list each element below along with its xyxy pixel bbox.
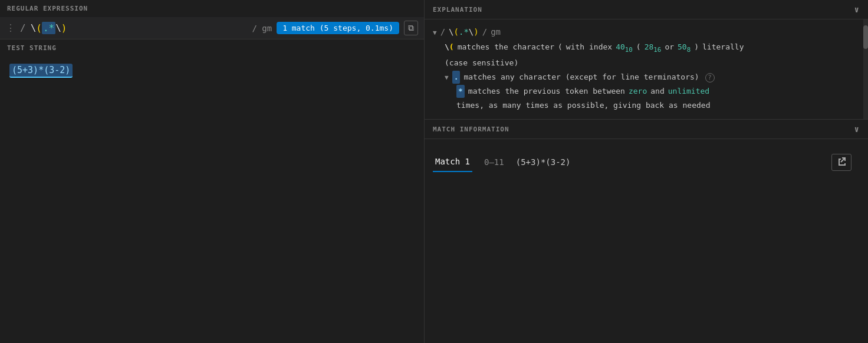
exp-index-50: 508: [678, 41, 691, 55]
exp-star-suffix: times, as many times as possible, giving…: [456, 99, 710, 112]
scrollbar-thumb: [863, 25, 868, 49]
exp-zero-text: zero: [629, 85, 647, 98]
share-icon: [837, 157, 846, 166]
exp-case-sensitive-line: (case sensitive): [433, 57, 860, 70]
match-range: 0–11: [484, 157, 504, 167]
help-icon[interactable]: ?: [705, 73, 715, 83]
exp-index-40: 4010: [616, 41, 633, 55]
explanation-chevron[interactable]: ∨: [854, 5, 860, 14]
exp-unlimited-text: unlimited: [668, 85, 709, 98]
regex-open-delimiter: /: [20, 22, 26, 34]
explanation-label: EXPLANATION: [433, 6, 482, 14]
exp-token-desc1: matches the character: [458, 41, 554, 54]
exp-with-index: with index: [566, 41, 612, 54]
explanation-section: EXPLANATION ∨ ▼ / \(.*\) / gm \( matches: [425, 0, 868, 120]
match-tab-1[interactable]: Match 1: [433, 152, 472, 172]
test-string-header: TEST STRING: [0, 39, 424, 57]
explanation-body: ▼ / \(.*\) / gm \( matches the character…: [425, 19, 868, 120]
test-string-section: TEST STRING (5+3)*(3-2): [0, 39, 424, 343]
regex-section-header: REGULAR EXPRESSION: [0, 0, 424, 17]
exp-regex-pattern: \(.*\): [449, 25, 479, 39]
copy-button[interactable]: ⧉: [404, 21, 418, 35]
share-button[interactable]: [831, 154, 851, 171]
exp-and-text: and: [650, 85, 664, 98]
exp-token-backslash-paren: \(: [445, 41, 454, 54]
exp-dot-line: ▼ . matches any character (except for li…: [433, 71, 860, 84]
drag-handle[interactable]: ⋮: [6, 22, 15, 34]
match-value: (5+3)*(3-2): [516, 157, 571, 167]
exp-star-suffix-line: times, as many times as possible, giving…: [433, 99, 860, 112]
match-tabs: Match 1: [433, 152, 472, 172]
match-info-header: MATCH INFORMATION ∨: [425, 120, 868, 139]
exp-star-line: * matches the previous token between zer…: [433, 85, 860, 98]
regex-bar: ⋮ / \(.*\) / gm 1 match (5 steps, 0.1ms)…: [0, 17, 424, 39]
collapse-arrow[interactable]: ▼: [433, 28, 437, 39]
exp-paren-open2: (: [636, 41, 641, 54]
left-panel: REGULAR EXPRESSION ⋮ / \(.*\) / gm 1 mat…: [0, 0, 425, 343]
match-info-body: Match 1 0–11 (5+3)*(3-2): [425, 139, 868, 343]
exp-literally: literally: [702, 41, 744, 54]
exp-index-28: 2816: [645, 41, 662, 55]
match-info-section: MATCH INFORMATION ∨ Match 1 0–11 (5+3)*(…: [425, 120, 868, 343]
match-row: Match 1 0–11 (5+3)*(3-2): [433, 146, 860, 178]
match-badge: 1 match (5 steps, 0.1ms): [277, 22, 399, 34]
match-info-chevron[interactable]: ∨: [854, 124, 860, 134]
match-highlight: (5+3)*(3-2): [9, 64, 73, 78]
exp-backslash-paren-line: \( matches the character ( with index 40…: [433, 41, 860, 55]
right-panel: EXPLANATION ∨ ▼ / \(.*\) / gm \( matches: [425, 0, 868, 343]
exp-star-desc: matches the previous token between: [468, 85, 625, 98]
exp-dot-desc: matches any character (except for line t…: [463, 71, 699, 84]
match-info-label: MATCH INFORMATION: [433, 126, 509, 133]
exp-slash-close: /: [482, 25, 487, 39]
regex-flags[interactable]: / gm: [252, 24, 272, 33]
exp-header-line: ▼ / \(.*\) / gm: [433, 25, 860, 39]
exp-dot-collapse[interactable]: ▼: [445, 72, 449, 84]
regex-pattern[interactable]: \(.*\): [31, 22, 248, 34]
exp-paren-close2: ): [694, 41, 699, 54]
test-string-content[interactable]: (5+3)*(3-2): [0, 57, 424, 343]
match-stats: (5 steps, 0.1ms): [320, 24, 393, 32]
explanation-header: EXPLANATION ∨: [425, 0, 868, 19]
exp-or: or: [665, 41, 674, 54]
exp-case-sensitive: (case sensitive): [445, 57, 518, 70]
exp-star-token: *: [456, 85, 465, 98]
exp-token-char: (: [558, 41, 563, 54]
exp-slash-open: /: [440, 25, 445, 39]
exp-flags: gm: [491, 25, 501, 39]
scrollbar-track[interactable]: [863, 19, 868, 119]
exp-dot-token: .: [452, 71, 461, 84]
match-count: 1 match: [282, 24, 315, 32]
